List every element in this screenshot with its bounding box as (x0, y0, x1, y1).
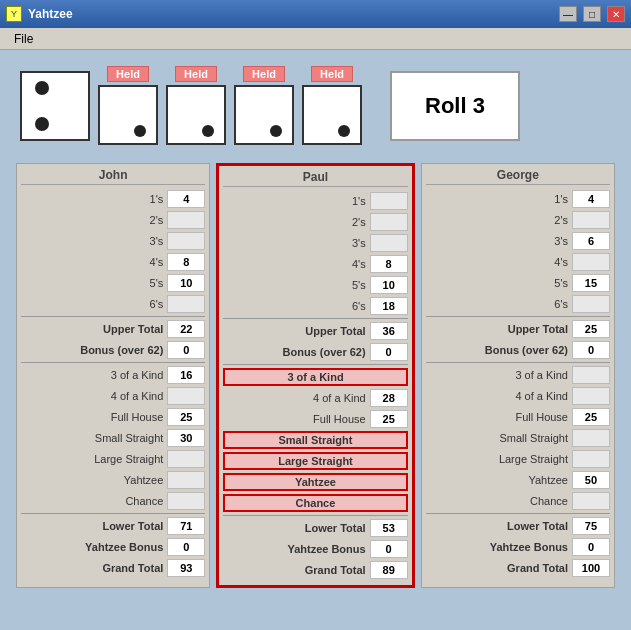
paul-chance-row[interactable]: Chance (223, 493, 407, 513)
paul-large-straight-row[interactable]: Large Straight (223, 451, 407, 471)
paul-lower-total-row: Lower Total 53 (223, 518, 407, 538)
george-fours-row: 4's (426, 252, 610, 272)
george-large-straight-value (572, 450, 610, 468)
john-twos-row: 2's (21, 210, 205, 230)
paul-ones-value (370, 192, 408, 210)
die-1[interactable] (20, 71, 90, 141)
paul-threes-label: 3's (223, 237, 369, 249)
paul-yahtzee-bonus-value: 0 (370, 540, 408, 558)
john-ones-value: 4 (167, 190, 205, 208)
die-4-container[interactable]: Held (234, 66, 294, 145)
die-5-container[interactable]: Held (302, 66, 362, 145)
menu-bar: File (0, 28, 631, 50)
george-full-house-row: Full House 25 (426, 407, 610, 427)
die-2[interactable] (98, 85, 158, 145)
paul-twos-row: 2's (223, 212, 407, 232)
player-george: George 1's 4 2's 3's 6 4's 5's 15 (421, 163, 615, 588)
paul-grand-total-row: Grand Total 89 (223, 560, 407, 580)
held-label-3: Held (175, 66, 217, 82)
george-upper-total-value: 25 (572, 320, 610, 338)
john-four-kind-value (167, 387, 205, 405)
paul-twos-value (370, 213, 408, 231)
paul-full-house-row: Full House 25 (223, 409, 407, 429)
george-four-kind-row: 4 of a Kind (426, 386, 610, 406)
george-four-kind-label: 4 of a Kind (426, 390, 572, 402)
paul-ones-row: 1's (223, 191, 407, 211)
die-1-container[interactable] (20, 71, 90, 141)
main-content: Held Held Held (0, 50, 631, 598)
george-fours-value (572, 253, 610, 271)
john-lower-total-value: 71 (167, 517, 205, 535)
paul-sixes-label: 6's (223, 300, 369, 312)
john-sep2 (21, 362, 205, 363)
john-three-kind-row: 3 of a Kind 16 (21, 365, 205, 385)
george-small-straight-row: Small Straight (426, 428, 610, 448)
george-sixes-row: 6's (426, 294, 610, 314)
john-twos-label: 2's (21, 214, 167, 226)
paul-three-kind-row[interactable]: 3 of a Kind (223, 367, 407, 387)
die-4[interactable] (234, 85, 294, 145)
george-lower-total-label: Lower Total (426, 520, 572, 532)
die-5[interactable] (302, 85, 362, 145)
paul-upper-total-row: Upper Total 36 (223, 321, 407, 341)
title-bar: Y Yahtzee — □ ✕ (0, 0, 631, 28)
george-small-straight-value (572, 429, 610, 447)
john-upper-total-label: Upper Total (21, 323, 167, 335)
john-sixes-row: 6's (21, 294, 205, 314)
john-grand-total-value: 93 (167, 559, 205, 577)
close-button[interactable]: ✕ (607, 6, 625, 22)
die-3-container[interactable]: Held (166, 66, 226, 145)
george-large-straight-row: Large Straight (426, 449, 610, 469)
player-john: John 1's 4 2's 3's 4's 8 5's 10 (16, 163, 210, 588)
george-threes-value: 6 (572, 232, 610, 250)
paul-fours-label: 4's (223, 258, 369, 270)
paul-threes-value (370, 234, 408, 252)
paul-yahtzee-bonus-row: Yahtzee Bonus 0 (223, 539, 407, 559)
roll-button[interactable]: Roll 3 (390, 71, 520, 141)
john-bonus-label: Bonus (over 62) (21, 344, 167, 356)
john-sixes-value (167, 295, 205, 313)
george-twos-value (572, 211, 610, 229)
minimize-button[interactable]: — (559, 6, 577, 22)
paul-full-house-value: 25 (370, 410, 408, 428)
george-twos-row: 2's (426, 210, 610, 230)
paul-small-straight-row[interactable]: Small Straight (223, 430, 407, 450)
die-2-container[interactable]: Held (98, 66, 158, 145)
george-grand-total-row: Grand Total 100 (426, 558, 610, 578)
george-three-kind-label: 3 of a Kind (426, 369, 572, 381)
george-grand-total-value: 100 (572, 559, 610, 577)
paul-name: Paul (223, 170, 407, 187)
john-fours-value: 8 (167, 253, 205, 271)
john-upper-total-row: Upper Total 22 (21, 319, 205, 339)
die-3[interactable] (166, 85, 226, 145)
george-twos-label: 2's (426, 214, 572, 226)
john-threes-label: 3's (21, 235, 167, 247)
george-threes-row: 3's 6 (426, 231, 610, 251)
john-three-kind-label: 3 of a Kind (21, 369, 167, 381)
paul-yahtzee-row[interactable]: Yahtzee (223, 472, 407, 492)
paul-chance-btn[interactable]: Chance (223, 494, 407, 512)
john-chance-value (167, 492, 205, 510)
george-three-kind-row: 3 of a Kind (426, 365, 610, 385)
john-bonus-row: Bonus (over 62) 0 (21, 340, 205, 360)
paul-sixes-row: 6's 18 (223, 296, 407, 316)
maximize-button[interactable]: □ (583, 6, 601, 22)
paul-large-straight-btn[interactable]: Large Straight (223, 452, 407, 470)
john-full-house-row: Full House 25 (21, 407, 205, 427)
john-chance-label: Chance (21, 495, 167, 507)
george-lower-total-row: Lower Total 75 (426, 516, 610, 536)
paul-yahtzee-btn[interactable]: Yahtzee (223, 473, 407, 491)
george-large-straight-label: Large Straight (426, 453, 572, 465)
menu-file[interactable]: File (6, 30, 41, 48)
george-ones-label: 1's (426, 193, 572, 205)
george-bonus-label: Bonus (over 62) (426, 344, 572, 356)
george-ones-row: 1's 4 (426, 189, 610, 209)
paul-fives-label: 5's (223, 279, 369, 291)
paul-three-kind-btn[interactable]: 3 of a Kind (223, 368, 407, 386)
george-bonus-row: Bonus (over 62) 0 (426, 340, 610, 360)
paul-small-straight-btn[interactable]: Small Straight (223, 431, 407, 449)
john-small-straight-label: Small Straight (21, 432, 167, 444)
held-label-5: Held (311, 66, 353, 82)
john-fours-row: 4's 8 (21, 252, 205, 272)
john-three-kind-value: 16 (167, 366, 205, 384)
